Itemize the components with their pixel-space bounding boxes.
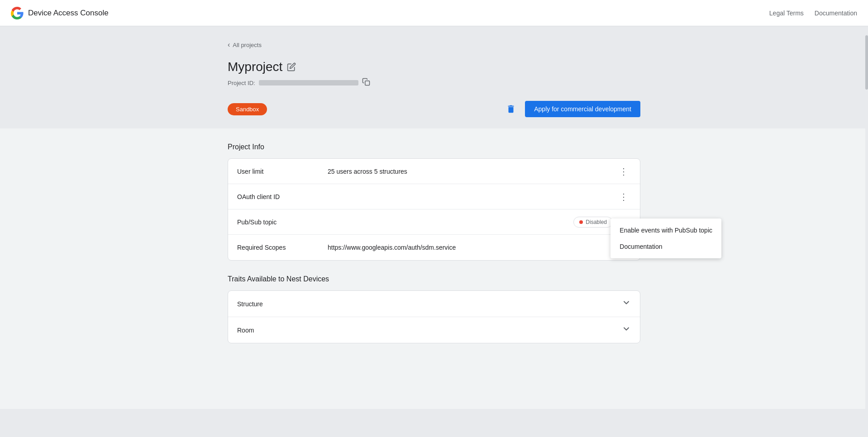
project-info-title: Project Info xyxy=(228,143,640,151)
project-id-value xyxy=(259,80,358,86)
sandbox-badge: Sandbox xyxy=(228,103,267,115)
copy-id-icon[interactable] xyxy=(362,78,370,88)
user-limit-row: User limit 25 users across 5 structures … xyxy=(228,159,640,184)
pubsub-label: Pub/Sub topic xyxy=(237,218,328,226)
required-scopes-value: https://www.googleapis.com/auth/sdm.serv… xyxy=(328,244,631,251)
structure-trait-row[interactable]: Structure xyxy=(228,291,640,317)
room-trait-label: Room xyxy=(237,327,622,334)
oauth-client-actions: ⋮ xyxy=(616,190,631,204)
header-area: ‹ All projects Myproject Project ID: xyxy=(0,26,868,128)
google-logo-icon xyxy=(11,7,24,19)
nav-left: Device Access Console xyxy=(11,7,109,19)
pubsub-dropdown-menu: Enable events with PubSub topic Document… xyxy=(610,218,721,258)
app-title: Device Access Console xyxy=(28,9,109,18)
project-id-row: Project ID: xyxy=(228,78,640,88)
oauth-client-more-button[interactable]: ⋮ xyxy=(616,190,631,204)
top-nav: Device Access Console Legal Terms Docume… xyxy=(0,0,868,26)
project-name: Myproject xyxy=(228,60,282,74)
pubsub-documentation-item[interactable]: Documentation xyxy=(610,238,721,255)
main-content: Project Info User limit 25 users across … xyxy=(0,128,868,409)
traits-card: Structure Room xyxy=(228,290,640,343)
apply-commercial-button[interactable]: Apply for commercial development xyxy=(525,101,640,117)
required-scopes-label: Required Scopes xyxy=(237,244,328,251)
oauth-client-label: OAuth client ID xyxy=(237,193,328,200)
structure-chevron-icon xyxy=(622,298,631,309)
oauth-client-row: OAuth client ID ⋮ xyxy=(228,184,640,209)
scroll-track xyxy=(865,26,868,437)
delete-project-button[interactable] xyxy=(502,100,520,118)
project-title-row: Myproject xyxy=(228,60,640,74)
traits-section-title: Traits Available to Nest Devices xyxy=(228,275,640,283)
documentation-link[interactable]: Documentation xyxy=(815,10,857,17)
disabled-label: Disabled xyxy=(586,219,607,225)
edit-project-icon[interactable] xyxy=(287,62,296,71)
scroll-thumb[interactable] xyxy=(865,35,868,90)
user-limit-value: 25 users across 5 structures xyxy=(328,168,616,175)
project-id-label: Project ID: xyxy=(228,80,255,86)
breadcrumb-chevron-icon: ‹ xyxy=(228,41,230,49)
action-row: Sandbox Apply for commercial development xyxy=(228,100,640,118)
user-limit-actions: ⋮ xyxy=(616,164,631,179)
pubsub-row: Pub/Sub topic Disabled ⋮ Enable events w… xyxy=(228,209,640,235)
structure-trait-label: Structure xyxy=(237,300,622,308)
more-vert-icon: ⋮ xyxy=(619,192,628,201)
nav-right: Legal Terms Documentation xyxy=(769,10,857,17)
user-limit-label: User limit xyxy=(237,168,328,175)
disabled-dot-icon xyxy=(579,220,583,224)
user-limit-more-button[interactable]: ⋮ xyxy=(616,164,631,179)
breadcrumb[interactable]: ‹ All projects xyxy=(228,41,640,49)
more-vert-icon: ⋮ xyxy=(619,167,628,176)
svg-rect-0 xyxy=(365,81,369,86)
breadcrumb-label: All projects xyxy=(233,42,262,48)
required-scopes-row: Required Scopes https://www.googleapis.c… xyxy=(228,235,640,260)
room-chevron-icon xyxy=(622,324,631,336)
room-trait-row[interactable]: Room xyxy=(228,317,640,343)
enable-pubsub-item[interactable]: Enable events with PubSub topic xyxy=(610,222,721,238)
action-right: Apply for commercial development xyxy=(502,100,640,118)
disabled-badge: Disabled xyxy=(573,217,613,228)
legal-terms-link[interactable]: Legal Terms xyxy=(769,10,804,17)
project-info-card: User limit 25 users across 5 structures … xyxy=(228,158,640,261)
